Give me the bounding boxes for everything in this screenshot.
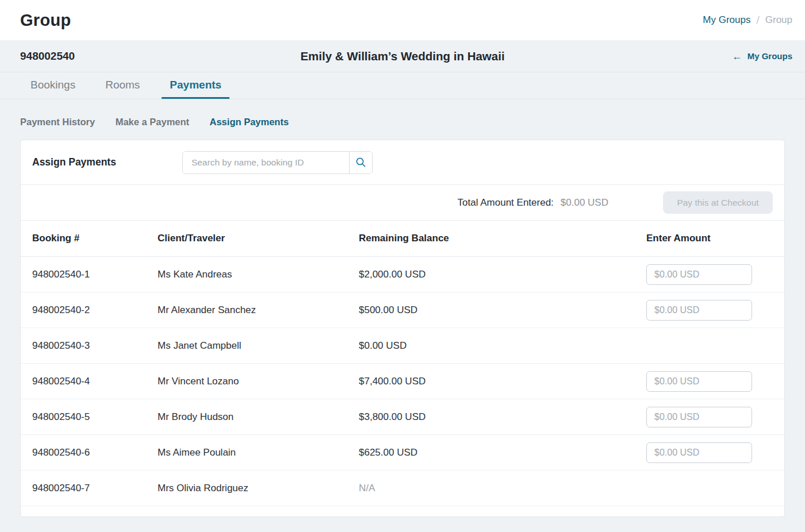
booking-number: 948002540-1 xyxy=(32,269,158,280)
client-name: Ms Kate Andreas xyxy=(158,269,359,280)
total-amount-label: Total Amount Entered: xyxy=(458,197,554,209)
amount-input[interactable] xyxy=(646,300,752,321)
total-summary-row: Total Amount Entered: $0.00 USD Pay this… xyxy=(21,185,784,221)
table-header: Booking # Client/Traveler Remaining Bala… xyxy=(21,221,784,257)
panel-header: Assign Payments xyxy=(21,140,784,185)
group-title: Emily & William’s Wedding in Hawaii xyxy=(0,49,805,63)
amount-input[interactable] xyxy=(646,407,752,427)
breadcrumb-separator: / xyxy=(756,14,759,26)
assign-payments-panel: Assign Payments Total Amount Entered: $0… xyxy=(20,140,785,517)
group-subheader: 948002540 Emily & William’s Wedding in H… xyxy=(0,40,805,72)
table-row: 948002540-6 Ms Aimee Poulain $625.00 USD xyxy=(21,435,784,471)
back-link-label: My Groups xyxy=(747,51,792,61)
client-name: Ms Janet Campbell xyxy=(158,340,359,352)
page-title: Group xyxy=(20,11,71,30)
back-to-my-groups-link[interactable]: ← My Groups xyxy=(732,51,792,61)
left-arrow-icon: ← xyxy=(732,51,742,61)
client-name: Ms Aimee Poulain xyxy=(158,447,359,458)
tab-payments[interactable]: Payments xyxy=(162,72,229,99)
tab-rooms[interactable]: Rooms xyxy=(97,72,148,99)
table-row: 948002540-1 Ms Kate Andreas $2,000.00 US… xyxy=(21,257,784,292)
breadcrumb-current: Group xyxy=(765,14,792,26)
search-box xyxy=(182,151,373,174)
table-row: 948002540-2 Mr Alexander Sanchez $500.00… xyxy=(21,292,784,328)
main-tabs: Bookings Rooms Payments xyxy=(0,72,805,99)
table-row: 948002540-4 Mr Vincent Lozano $7,400.00 … xyxy=(21,364,784,399)
search-icon xyxy=(355,157,366,168)
column-header-client: Client/Traveler xyxy=(158,233,359,244)
amount-input[interactable] xyxy=(646,264,752,285)
breadcrumb: My Groups / Group xyxy=(703,14,792,26)
top-header: Group My Groups / Group xyxy=(0,0,805,40)
panel-title: Assign Payments xyxy=(32,156,116,168)
group-id: 948002540 xyxy=(20,50,75,63)
remaining-balance: $500.00 USD xyxy=(359,304,646,316)
table-row: 948002540-7 Mrs Olivia Rodriguez N/A xyxy=(21,471,784,506)
client-name: Mrs Olivia Rodriguez xyxy=(158,483,359,494)
subtab-assign-payments[interactable]: Assign Payments xyxy=(210,117,289,128)
total-amount-value: $0.00 USD xyxy=(561,197,608,209)
remaining-balance: $625.00 USD xyxy=(359,447,646,458)
column-header-balance: Remaining Balance xyxy=(359,233,646,244)
booking-number: 948002540-2 xyxy=(32,304,158,316)
remaining-balance: $0.00 USD xyxy=(359,340,646,352)
client-name: Mr Alexander Sanchez xyxy=(158,304,359,316)
payment-subtabs: Payment History Make a Payment Assign Pa… xyxy=(0,99,805,128)
pay-at-checkout-button[interactable]: Pay this at Checkout xyxy=(663,191,773,214)
client-name: Mr Vincent Lozano xyxy=(158,376,359,387)
column-header-enter-amount: Enter Amount xyxy=(646,233,773,244)
subtab-make-a-payment[interactable]: Make a Payment xyxy=(116,117,189,128)
client-name: Mr Brody Hudson xyxy=(158,411,359,423)
search-input[interactable] xyxy=(183,152,349,174)
search-button[interactable] xyxy=(349,152,372,174)
panel-footer xyxy=(21,506,784,516)
amount-input[interactable] xyxy=(646,371,752,392)
amount-input[interactable] xyxy=(646,442,752,463)
remaining-balance: $2,000.00 USD xyxy=(359,269,646,280)
breadcrumb-my-groups-link[interactable]: My Groups xyxy=(703,14,750,26)
column-header-booking: Booking # xyxy=(32,233,158,244)
tab-bookings[interactable]: Bookings xyxy=(22,72,83,99)
table-row: 948002540-5 Mr Brody Hudson $3,800.00 US… xyxy=(21,399,784,435)
remaining-balance: N/A xyxy=(359,483,646,494)
subtab-payment-history[interactable]: Payment History xyxy=(20,117,95,128)
booking-number: 948002540-5 xyxy=(32,411,158,423)
booking-number: 948002540-4 xyxy=(32,376,158,387)
remaining-balance: $3,800.00 USD xyxy=(359,411,646,423)
remaining-balance: $7,400.00 USD xyxy=(359,376,646,387)
booking-number: 948002540-7 xyxy=(32,483,158,494)
table-row: 948002540-3 Ms Janet Campbell $0.00 USD xyxy=(21,328,784,364)
booking-number: 948002540-3 xyxy=(32,340,158,352)
booking-number: 948002540-6 xyxy=(32,447,158,458)
